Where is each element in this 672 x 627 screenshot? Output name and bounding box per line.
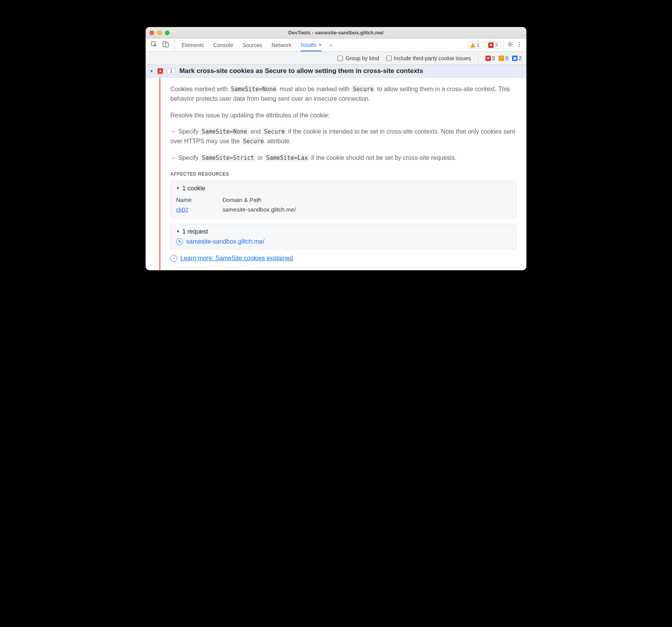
main-tabs-row: Elements Console Sources Network Issues … [146,39,526,52]
more-tabs-icon[interactable]: » [329,42,333,48]
issue-header[interactable]: ▼ 1 Mark cross-site cookies as Secure to… [146,65,526,78]
checkbox-label: Group by kind [345,55,379,61]
titlebar: DevTools - samesite-sandbox.glitch.me/ [146,27,526,39]
col-name: Name [176,195,222,205]
expand-caret-icon[interactable]: ▼ [149,69,154,73]
arrow-right-icon: → [170,255,177,262]
inspect-icon[interactable] [151,41,157,49]
tab-label: Network [272,42,291,48]
devtools-window: DevTools - samesite-sandbox.glitch.me/ E… [146,27,526,270]
badge-count: 0 [505,55,508,61]
device-toggle-icon[interactable] [163,41,169,49]
affected-requests-box: ▼ 1 request ⇅ samesite-sandbox.glitch.me… [170,224,516,249]
cookie-domain: samesite-sandbox.glitch.me/ [222,205,319,214]
svg-rect-2 [165,43,168,47]
request-url: samesite-sandbox.glitch.me/ [186,238,265,245]
separator [478,54,479,62]
close-tab-icon[interactable]: × [319,42,322,48]
minimize-window-button[interactable] [157,31,162,35]
issue-bullet-2: Specify SameSite=Strict or SameSite=Lax … [170,153,516,163]
request-link[interactable]: ⇅ samesite-sandbox.glitch.me/ [176,238,511,245]
svg-point-5 [519,44,520,45]
warning-count: 1 [477,42,480,48]
tab-network[interactable]: Network [272,39,291,51]
traffic-lights [149,31,170,35]
section-title: 1 request [182,228,208,235]
errors-pill[interactable]: 3 [485,41,501,49]
code-secure: Secure [241,137,265,145]
checkbox-box [386,56,392,61]
tab-elements[interactable]: Elements [182,39,204,51]
issue-description: Cookies marked with SameSite=None must a… [170,85,516,104]
maximize-window-button[interactable] [165,31,170,35]
issue-count-badge: 1 [167,68,176,74]
cookies-table: Name Domain & Path ck02 samesite-sandbox… [176,195,319,214]
issue-title: Mark cross-site cookies as Secure to all… [180,67,423,75]
code-samesite-none: SameSite=None [229,85,278,93]
requests-section-toggle[interactable]: ▼ 1 request [176,228,511,235]
code-samesite-lax: SameSite=Lax [265,154,309,162]
issue-resolve-intro: Resolve this issue by updating the attri… [170,111,516,120]
col-domain: Domain & Path [222,195,319,205]
error-icon [488,42,494,48]
code-secure: Secure [262,128,286,136]
tab-label: Console [213,42,233,48]
warning-icon [499,56,504,61]
cookie-link[interactable]: ck02 [176,206,188,213]
info-icon [512,56,518,61]
warnings-pill[interactable]: 1 [467,41,482,49]
filter-info-badge[interactable]: 2 [512,55,522,61]
filter-warnings-badge[interactable]: 0 [499,55,508,61]
badge-count: 2 [519,55,522,61]
error-icon [158,68,163,74]
svg-point-3 [509,44,511,45]
affected-cookies-box: ▼ 1 cookie Name Domain & Path ck02 sames… [170,181,516,219]
table-row: ck02 samesite-sandbox.glitch.me/ [176,205,319,214]
settings-icon[interactable] [507,41,513,49]
tab-console[interactable]: Console [213,39,233,51]
request-icon: ⇅ [176,238,183,245]
tab-sources[interactable]: Sources [243,39,262,51]
badge-count: 3 [492,55,495,61]
window-title: DevTools - samesite-sandbox.glitch.me/ [146,30,526,36]
cookies-section-toggle[interactable]: ▼ 1 cookie [176,185,511,192]
learn-more-link[interactable]: → Learn more: SameSite cookies explained [170,255,516,262]
checkbox-label: Include third-party cookie issues [394,55,471,61]
tab-label: Issues [300,42,316,48]
include-third-party-checkbox[interactable]: Include third-party cookie issues [386,55,471,61]
expand-caret-icon: ▼ [176,229,180,234]
issue-body: Cookies marked with SameSite=None must a… [146,78,526,270]
issue-bullet-1: Specify SameSite=None and Secure if the … [170,127,516,146]
code-samesite-none: SameSite=None [200,128,248,136]
filter-errors-badge[interactable]: 3 [485,55,495,61]
svg-point-4 [519,42,520,43]
svg-point-6 [519,46,520,47]
error-count: 3 [495,42,498,48]
tab-issues[interactable]: Issues × [300,39,322,51]
section-title: 1 cookie [182,185,205,192]
learn-more-text[interactable]: Learn more: SameSite cookies explained [180,255,293,262]
tab-label: Sources [243,42,262,48]
tab-label: Elements [182,42,204,48]
error-icon [485,56,491,61]
group-by-kind-checkbox[interactable]: Group by kind [338,55,379,61]
affected-resources-label: Affected Resources [170,171,516,177]
kebab-menu-icon[interactable] [516,41,523,49]
code-secure: Secure [351,85,375,93]
checkbox-box [338,56,343,61]
warning-icon [470,43,475,47]
issues-filter-bar: Group by kind Include third-party cookie… [146,52,526,65]
close-window-button[interactable] [149,31,154,35]
code-samesite-strict: SameSite=Strict [200,154,255,162]
separator [504,41,504,49]
expand-caret-icon: ▼ [176,186,180,190]
